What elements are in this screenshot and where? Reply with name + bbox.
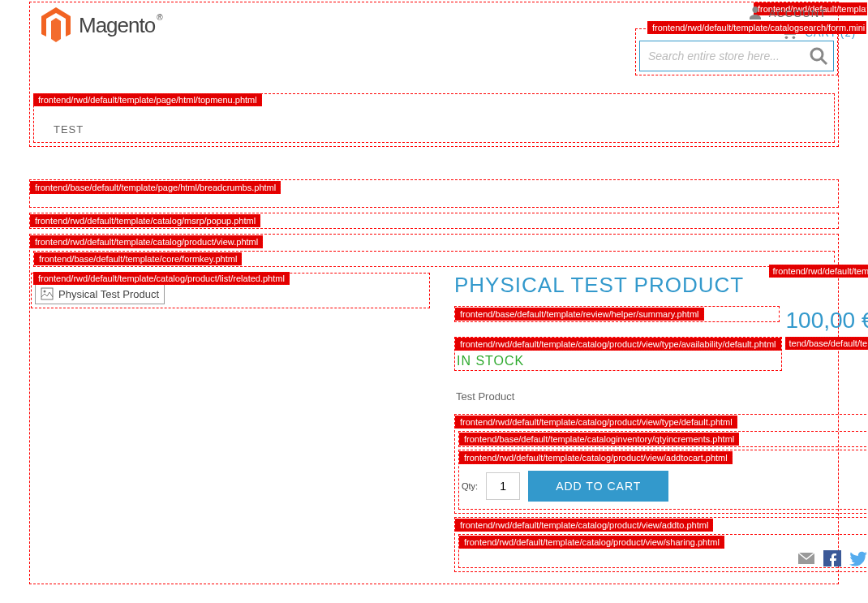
template-hint-addto: frontend/rwd/default/template/catalog/pr… xyxy=(455,519,713,532)
search-block: frontend/rwd/default/template/catalogsea… xyxy=(635,28,838,75)
msrp-block: frontend/rwd/default/template/catalog/ms… xyxy=(29,213,839,229)
template-hint-related: frontend/rwd/default/template/catalog/pr… xyxy=(33,272,290,285)
breadcrumbs-block: frontend/base/default/template/page/html… xyxy=(29,179,839,208)
template-hint-price-right: frontend/rwd/default/temp xyxy=(769,265,869,278)
topmenu: frontend/rwd/default/template/page/html/… xyxy=(33,93,835,143)
stock-status: IN STOCK xyxy=(455,351,781,370)
template-hint-availability: frontend/rwd/default/template/catalog/pr… xyxy=(455,338,781,351)
template-hint-search: frontend/rwd/default/template/catalogsea… xyxy=(647,21,866,34)
template-hint-msrp: frontend/rwd/default/template/catalog/ms… xyxy=(30,214,260,227)
main-content: frontend/base/default/template/page/html… xyxy=(29,179,839,584)
svg-point-2 xyxy=(811,49,823,60)
magento-logo-icon xyxy=(40,7,72,43)
search-input[interactable] xyxy=(639,41,834,71)
formkey-block: frontend/base/default/template/core/form… xyxy=(33,251,835,267)
svg-point-5 xyxy=(44,291,46,293)
page-header: frontend/rwd/default/template Magento® A… xyxy=(29,2,839,147)
template-hint-productview: frontend/rwd/default/template/catalog/pr… xyxy=(30,235,263,248)
account-label: ACCOUNT xyxy=(769,7,827,19)
availability-block: frontend/rwd/default/template/catalog/pr… xyxy=(454,337,782,371)
add-to-cart-button[interactable]: ADD TO CART xyxy=(528,471,668,502)
email-icon[interactable] xyxy=(797,550,815,566)
product-price: 100,00 € xyxy=(786,308,869,334)
logo-text: Magento® xyxy=(79,13,162,38)
type-default-block: frontend/rwd/default/template/catalog/pr… xyxy=(454,414,868,514)
broken-image-icon xyxy=(41,287,54,300)
product-short-description: Test Product xyxy=(456,390,868,403)
template-hint-formkey: frontend/base/default/template/core/form… xyxy=(34,252,242,265)
template-hint-qtyincrements: frontend/base/default/template/catalogin… xyxy=(459,433,739,446)
sharing-block: frontend/rwd/default/template/catalog/pr… xyxy=(458,534,868,568)
svg-line-3 xyxy=(821,58,827,64)
product-image[interactable]: Physical Test Product xyxy=(35,283,165,304)
qtyincrements-block: frontend/base/default/template/catalogin… xyxy=(458,431,868,447)
template-hint-sharing: frontend/rwd/default/template/catalog/pr… xyxy=(459,536,724,549)
template-hint-typedefault: frontend/rwd/default/template/catalog/pr… xyxy=(455,416,737,429)
review-summary-block: frontend/base/default/template/review/he… xyxy=(454,306,780,322)
template-hint-breadcrumbs: frontend/base/default/template/page/html… xyxy=(30,181,281,194)
topmenu-item-test[interactable]: TEST xyxy=(34,107,103,142)
account-link[interactable]: ACCOUNT xyxy=(748,6,827,20)
search-icon[interactable] xyxy=(808,45,829,67)
twitter-icon[interactable] xyxy=(849,550,867,566)
user-icon xyxy=(748,6,763,20)
product-image-alt: Physical Test Product xyxy=(58,288,159,300)
template-hint-review: frontend/base/default/template/review/he… xyxy=(455,308,704,321)
template-hint-pricetpl: tend/base/default/temp xyxy=(785,337,869,350)
addtocart-block: frontend/rwd/default/template/catalog/pr… xyxy=(458,450,868,510)
product-title: PHYSICAL TEST PRODUCT xyxy=(454,273,744,298)
qty-label: Qty: xyxy=(462,481,478,491)
template-hint-addtocart: frontend/rwd/default/template/catalog/pr… xyxy=(459,451,733,464)
addto-block: frontend/rwd/default/template/catalog/pr… xyxy=(454,517,868,572)
template-hint-topmenu: frontend/rwd/default/template/page/html/… xyxy=(33,93,262,106)
facebook-icon[interactable] xyxy=(823,550,841,566)
qty-input[interactable] xyxy=(486,472,520,500)
product-view-block: frontend/rwd/default/template/catalog/pr… xyxy=(29,234,839,584)
